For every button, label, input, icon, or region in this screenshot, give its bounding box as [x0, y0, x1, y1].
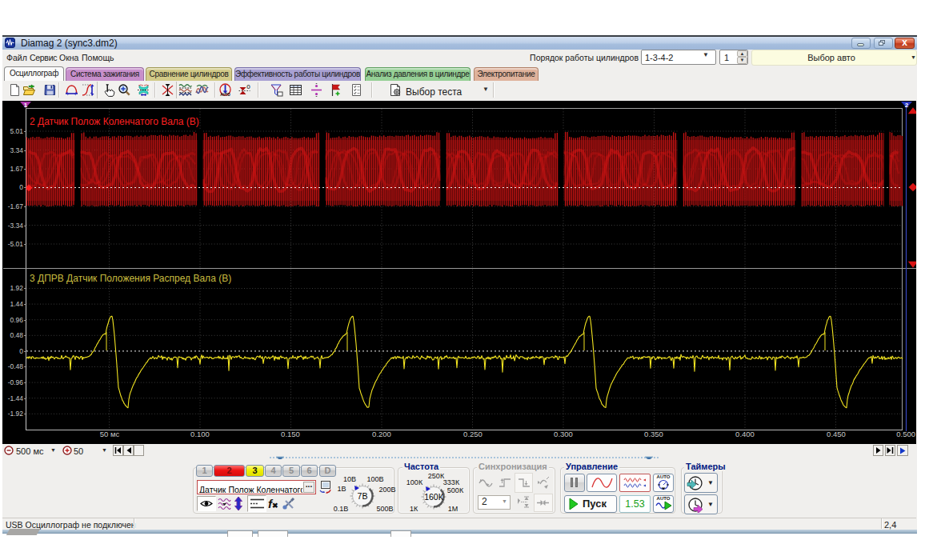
svg-text:AUTO: AUTO [220, 93, 230, 97]
svg-text:7В: 7В [358, 491, 368, 501]
svg-text:160К: 160К [424, 492, 444, 502]
svg-text:1: 1 [24, 102, 28, 109]
svg-text:2: 2 [905, 102, 909, 109]
svg-text:0: 0 [246, 83, 250, 90]
